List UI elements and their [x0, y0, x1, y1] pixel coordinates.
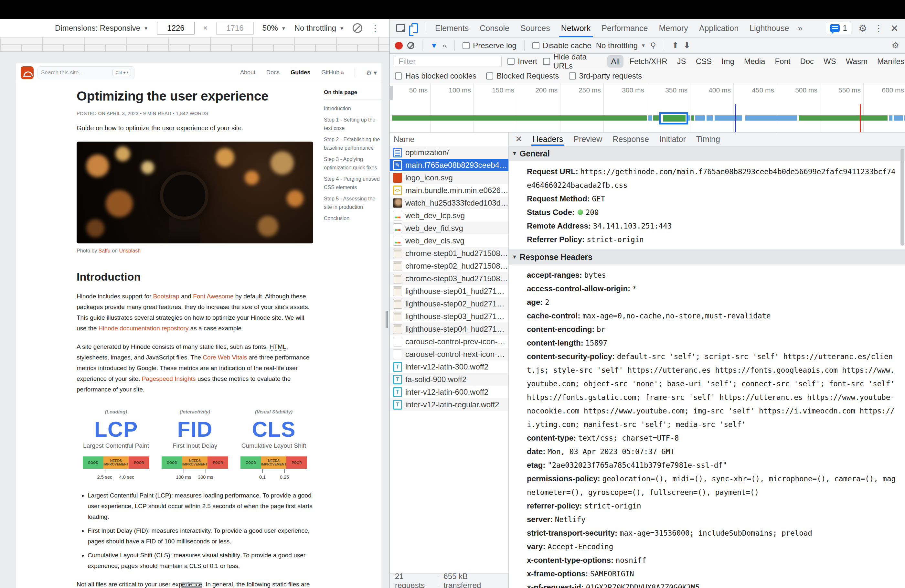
option-checkbox-blocked-requests[interactable]: Blocked Requests — [486, 72, 559, 81]
inline-link[interactable]: Core Web Vitals — [203, 354, 247, 361]
inline-link[interactable]: Pagespeed Insights — [142, 375, 196, 382]
toc-item-5[interactable]: Step 5 - Assessing the site in productio… — [324, 195, 381, 211]
toc-item-4[interactable]: Step 4 - Purging unused CSS elements — [324, 175, 381, 192]
request-row[interactable]: chrome-step01_hud2715086… — [390, 247, 508, 259]
color-mode-gear-icon[interactable]: ⚙ ▾ — [366, 69, 377, 76]
request-row[interactable]: Tinter-v12-latin-600.woff2 — [390, 386, 508, 398]
toc-item-6[interactable]: Conclusion — [324, 214, 381, 223]
preserve-log-checkbox[interactable]: Preserve log — [462, 41, 516, 50]
tab-elements[interactable]: Elements — [430, 19, 474, 37]
details-tab-preview[interactable]: Preview — [568, 132, 607, 146]
inline-link[interactable]: Unsplash — [119, 248, 141, 253]
device-toolbar-menu-icon[interactable]: ⋮ — [371, 23, 380, 33]
details-tab-response[interactable]: Response — [607, 132, 654, 146]
issues-badge[interactable]: 1 — [826, 22, 851, 34]
site-nav-link-docs[interactable]: Docs — [266, 69, 279, 76]
tab-performance[interactable]: Performance — [596, 19, 653, 37]
dimensions-select[interactable]: Dimensions: Responsive ▼ — [55, 24, 148, 33]
devtools-menu-icon[interactable]: ⋮ — [874, 23, 883, 33]
toc-item-2[interactable]: Step 2 - Establishing the baseline perfo… — [324, 135, 381, 152]
filter-pill-media[interactable]: Media — [740, 55, 769, 68]
zoom-select[interactable]: 50% ▼ — [262, 24, 286, 33]
option-checkbox-has-blocked-cookies[interactable]: Has blocked cookies — [395, 72, 476, 81]
selected-request-timeline-box[interactable] — [659, 112, 688, 124]
inspect-element-icon[interactable] — [394, 22, 406, 34]
overview-grip[interactable] — [390, 86, 393, 100]
tab-application[interactable]: Application — [694, 19, 744, 37]
site-nav-link-guides[interactable]: Guides — [291, 69, 310, 76]
viewport-width-input[interactable] — [157, 22, 195, 35]
request-row[interactable]: Tfa-solid-900.woff2 — [390, 373, 508, 386]
request-row[interactable]: carousel-control-next-icon-b… — [390, 348, 508, 361]
filter-pill-css[interactable]: CSS — [692, 55, 716, 68]
tab-lighthouse[interactable]: Lighthouse — [744, 19, 794, 37]
request-row[interactable]: web_dev_lcp.svg — [390, 209, 508, 222]
request-row[interactable]: chrome-step02_hud2715086… — [390, 259, 508, 272]
network-overview-timeline[interactable]: 50 ms100 ms150 ms200 ms250 ms300 ms350 m… — [390, 83, 905, 132]
settings-gear-icon[interactable]: ⚙ — [859, 22, 867, 34]
request-row[interactable]: web_dev_fid.svg — [390, 222, 508, 234]
disable-cache-checkbox[interactable]: Disable cache — [532, 41, 592, 50]
filter-pill-manifest[interactable]: Manifest — [873, 55, 905, 68]
request-row[interactable]: chrome-step03_hud2715086… — [390, 272, 508, 285]
viewport-height-input[interactable] — [216, 22, 254, 35]
filter-pill-doc[interactable]: Doc — [796, 55, 818, 68]
import-har-icon[interactable]: ⬆ — [672, 40, 679, 51]
filter-pill-ws[interactable]: WS — [820, 55, 840, 68]
filter-pill-js[interactable]: JS — [673, 55, 690, 68]
details-scrollbar[interactable] — [900, 149, 904, 246]
site-logo-icon[interactable] — [21, 66, 33, 79]
tab-network[interactable]: Network — [556, 19, 596, 37]
inline-link[interactable]: Saffu — [98, 248, 111, 253]
viewport-resize-handle-bottom[interactable] — [181, 583, 202, 588]
filter-pill-font[interactable]: Font — [771, 55, 794, 68]
request-row[interactable]: lighthouse-step03_hud2715… — [390, 310, 508, 323]
tab-memory[interactable]: Memory — [653, 19, 693, 37]
details-tab-headers[interactable]: Headers — [527, 132, 568, 146]
device-toolbar-toggle-icon[interactable] — [408, 22, 421, 34]
request-row[interactable]: logo_icon.svg — [390, 171, 508, 184]
option-checkbox-3rd-party-requests[interactable]: 3rd-party requests — [569, 72, 642, 81]
toc-item-3[interactable]: Step 3 - Applying optimization quick fix… — [324, 155, 381, 172]
close-details-icon[interactable]: ✕ — [511, 134, 526, 144]
filter-pill-wasm[interactable]: Wasm — [842, 55, 872, 68]
response-headers-section-header[interactable]: ▼ Response Headers — [509, 250, 905, 264]
request-row[interactable]: main.f765ae08b8293ceeb4b… — [390, 159, 508, 171]
request-row[interactable]: Tinter-v12-latin-regular.woff2 — [390, 398, 508, 411]
toc-item-0[interactable]: Introduction — [324, 105, 381, 113]
general-section-header[interactable]: ▼ General — [509, 146, 905, 161]
request-row[interactable]: watch_hu25d333fcded103d… — [390, 197, 508, 209]
details-tab-timing[interactable]: Timing — [691, 132, 725, 146]
name-column-header[interactable]: Name — [390, 132, 508, 146]
network-settings-gear-icon[interactable]: ⚙ — [892, 40, 899, 51]
request-row[interactable]: lighthouse-step02_hud2715… — [390, 297, 508, 310]
inline-link[interactable]: Hinode documentation repository — [98, 325, 189, 332]
tab-console[interactable]: Console — [474, 19, 515, 37]
invert-checkbox[interactable]: Invert — [507, 57, 537, 66]
viewport-resize-handle-right[interactable] — [386, 311, 388, 328]
record-network-log-icon[interactable] — [395, 42, 403, 49]
site-nav-link-github[interactable]: GitHub⧉ — [321, 69, 344, 76]
request-row[interactable]: carousel-control-prev-icon-b… — [390, 335, 508, 348]
hide-data-urls-checkbox[interactable]: Hide data URLs — [543, 52, 602, 70]
request-row[interactable]: web_dev_cls.svg — [390, 234, 508, 247]
request-row[interactable]: <>main.bundle.min.min.e0626d… — [390, 184, 508, 197]
filter-pill-img[interactable]: Img — [718, 55, 738, 68]
request-row[interactable]: Tinter-v12-latin-300.woff2 — [390, 361, 508, 373]
close-devtools-icon[interactable]: ✕ — [891, 22, 899, 34]
export-har-icon[interactable]: ⬇ — [683, 40, 691, 51]
network-filter-input[interactable] — [395, 56, 502, 67]
filter-pill-all[interactable]: All — [607, 55, 624, 68]
more-tabs-icon[interactable]: » — [794, 23, 805, 33]
clear-network-log-icon[interactable] — [407, 42, 414, 49]
throttling-select[interactable]: No throttling ▼ — [294, 24, 344, 33]
filter-funnel-icon[interactable]: ▼ — [430, 41, 438, 50]
request-row[interactable]: lighthouse-step04_hud2715… — [390, 323, 508, 335]
toc-item-1[interactable]: Step 1 - Setting up the test case — [324, 116, 381, 132]
request-row[interactable]: lighthouse-step01_hud2715… — [390, 285, 508, 297]
request-row[interactable]: optimization/ — [390, 146, 508, 159]
inline-link[interactable]: Font Awesome — [193, 293, 233, 300]
details-tab-initiator[interactable]: Initiator — [654, 132, 691, 146]
search-icon[interactable]: ⌕ — [443, 41, 447, 50]
network-throttling-select[interactable]: No throttling ▼ — [596, 41, 646, 50]
